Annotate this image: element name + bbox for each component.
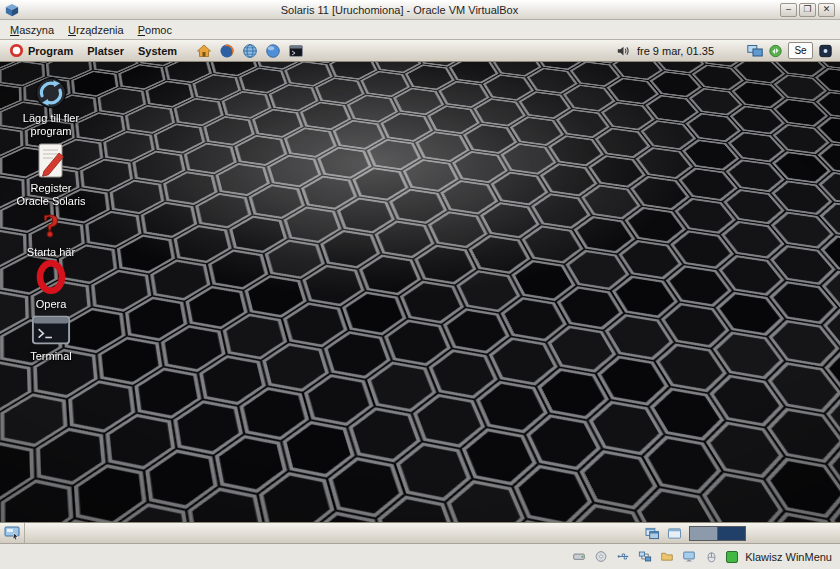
launcher-browser[interactable] <box>240 41 259 60</box>
solaris-menu-icon <box>9 43 24 58</box>
menubar-item-devices[interactable]: Urządzenia <box>61 22 131 38</box>
terminal-icon <box>10 314 92 350</box>
gnome-menu-label: Program <box>28 45 73 57</box>
desktop-icon-opera[interactable]: Opera <box>10 260 92 311</box>
window-title: Solaris 11 [Uruchomiona] - Oracle VM Vir… <box>23 4 776 16</box>
vbox-statusbar: Klawisz WinMenu <box>0 543 840 569</box>
vbox-menubar: MaszynaUrządzeniaPomoc <box>0 20 840 40</box>
software-update-icon <box>265 43 281 59</box>
mouse-status-icon <box>705 550 718 563</box>
gnome-bottom-panel <box>0 522 840 543</box>
applet-window-list[interactable] <box>665 525 683 541</box>
titlebar[interactable]: Solaris 11 [Uruchomiona] - Oracle VM Vir… <box>0 0 840 20</box>
firefox-icon <box>219 43 235 59</box>
vm-desktop[interactable]: Lägg till flerprogramRegisterOracle Sola… <box>0 62 840 522</box>
status-network[interactable] <box>637 549 653 565</box>
show-desktop-button[interactable] <box>0 523 25 543</box>
cd-status-icon <box>594 550 608 563</box>
desktop-icon-label: Opera <box>10 298 92 311</box>
status-optical[interactable] <box>593 549 609 565</box>
opera-icon <box>10 260 92 298</box>
panel-launchers <box>194 41 305 60</box>
web-browser-icon <box>242 43 258 59</box>
launcher-home[interactable] <box>194 41 213 60</box>
tray-network-monitor[interactable] <box>767 42 784 59</box>
desktop-icon-terminal[interactable]: Terminal <box>10 314 92 363</box>
status-usb[interactable] <box>615 549 631 565</box>
window-list-icon <box>667 527 682 540</box>
gnome-menu-system[interactable]: System <box>131 40 184 61</box>
launcher-firefox[interactable] <box>217 41 236 60</box>
add-software-icon <box>10 76 92 112</box>
window-controls: –❐✕ <box>780 3 835 17</box>
status-harddisks[interactable] <box>571 549 587 565</box>
desktop-icon-start-here[interactable]: ?Starta här <box>10 208 92 259</box>
svg-text:?: ? <box>43 208 60 244</box>
workspace-2[interactable] <box>718 527 745 540</box>
desktop-icon-label: Register <box>10 182 92 195</box>
net-status-icon <box>638 550 652 563</box>
virtualbox-window: Solaris 11 [Uruchomiona] - Oracle VM Vir… <box>0 0 840 569</box>
desktop-icon-register[interactable]: RegisterOracle Solaris <box>10 142 92 208</box>
gnome-menu-label: System <box>138 45 177 57</box>
desktop-icon-label: Terminal <box>10 350 92 363</box>
dual-display-icon <box>747 44 763 58</box>
status-shared-folders[interactable] <box>659 549 675 565</box>
desktop-icons: Lägg till flerprogramRegisterOracle Sola… <box>0 62 840 522</box>
vm-screen: ProgramPlatserSystem fre 9 mar, 01.35 Se… <box>0 40 840 543</box>
desktop-icon-label: program <box>10 125 92 138</box>
start-here-icon: ? <box>10 208 92 246</box>
virtualbox-logo-icon <box>5 3 19 17</box>
menubar-item-help[interactable]: Pomoc <box>131 22 179 38</box>
panel-tray: Se <box>746 42 834 59</box>
workspace-1[interactable] <box>690 527 718 540</box>
panel-status-area: fre 9 mar, 01.35 Se <box>616 42 838 59</box>
close-button[interactable]: ✕ <box>818 3 835 17</box>
tray-keyboard-layout[interactable]: Se <box>788 42 813 59</box>
minimize-button[interactable]: – <box>780 3 797 17</box>
bottom-panel-right <box>643 523 840 543</box>
window-selector-icon <box>645 527 660 540</box>
register-solaris-icon <box>10 142 92 182</box>
home-folder-icon <box>196 43 212 59</box>
tray-display-config[interactable] <box>746 42 763 59</box>
desktop-icon-label: Oracle Solaris <box>10 195 92 208</box>
status-mouse[interactable] <box>703 549 719 565</box>
panel-clock[interactable]: fre 9 mar, 01.35 <box>637 45 714 57</box>
gnome-menus: ProgramPlatserSystem <box>2 40 184 61</box>
terminal-launcher-icon <box>288 43 304 59</box>
menubar-item-machine[interactable]: Maszyna <box>3 22 61 38</box>
applet-window-selector[interactable] <box>643 525 661 541</box>
panel-applets <box>643 525 683 541</box>
tray-input-method[interactable] <box>817 42 834 59</box>
input-method-icon <box>818 44 833 58</box>
desktop-icon-label: Lägg till fler <box>10 112 92 125</box>
gnome-top-panel: ProgramPlatserSystem fre 9 mar, 01.35 Se <box>0 40 840 62</box>
desktop-icon-label: Starta här <box>10 246 92 259</box>
launcher-updates[interactable] <box>263 41 282 60</box>
folder-status-icon <box>660 550 674 563</box>
gnome-menu-label: Platser <box>87 45 124 57</box>
statusbar-device-icons <box>571 549 719 565</box>
show-desktop-icon <box>4 526 20 540</box>
network-activity-icon <box>768 44 783 58</box>
status-display[interactable] <box>681 549 697 565</box>
launcher-terminal[interactable] <box>286 41 305 60</box>
gnome-menu-platser[interactable]: Platser <box>80 40 131 61</box>
gnome-menu-program[interactable]: Program <box>2 40 80 61</box>
hostkey-label: Klawisz WinMenu <box>745 551 832 563</box>
speaker-icon[interactable] <box>616 44 631 58</box>
desktop-icon-add-software[interactable]: Lägg till flerprogram <box>10 76 92 138</box>
hdd-status-icon <box>572 550 586 563</box>
workspace-switcher <box>689 526 746 541</box>
usb-status-icon <box>616 550 630 563</box>
display-status-icon <box>682 550 696 563</box>
maximize-button[interactable]: ❐ <box>799 3 816 17</box>
hostkey-led <box>726 551 738 563</box>
